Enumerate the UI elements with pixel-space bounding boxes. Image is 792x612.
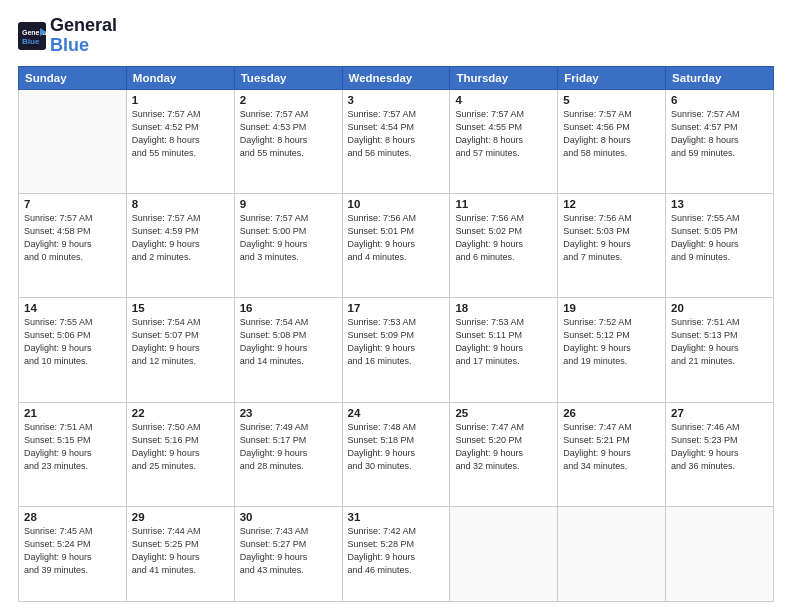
day-number: 1 bbox=[132, 94, 229, 106]
weekday-header-row: SundayMondayTuesdayWednesdayThursdayFrid… bbox=[19, 66, 774, 89]
day-info: Sunrise: 7:56 AMSunset: 5:03 PMDaylight:… bbox=[563, 212, 660, 264]
day-number: 21 bbox=[24, 407, 121, 419]
day-info: Sunrise: 7:57 AMSunset: 5:00 PMDaylight:… bbox=[240, 212, 337, 264]
calendar-cell: 1Sunrise: 7:57 AMSunset: 4:52 PMDaylight… bbox=[126, 89, 234, 193]
calendar-cell: 22Sunrise: 7:50 AMSunset: 5:16 PMDayligh… bbox=[126, 402, 234, 506]
day-number: 25 bbox=[455, 407, 552, 419]
day-info: Sunrise: 7:57 AMSunset: 4:54 PMDaylight:… bbox=[348, 108, 445, 160]
week-row-1: 1Sunrise: 7:57 AMSunset: 4:52 PMDaylight… bbox=[19, 89, 774, 193]
calendar-cell: 18Sunrise: 7:53 AMSunset: 5:11 PMDayligh… bbox=[450, 298, 558, 402]
logo: General Blue General Blue bbox=[18, 16, 117, 56]
calendar-cell: 16Sunrise: 7:54 AMSunset: 5:08 PMDayligh… bbox=[234, 298, 342, 402]
day-info: Sunrise: 7:51 AMSunset: 5:13 PMDaylight:… bbox=[671, 316, 768, 368]
calendar-cell: 15Sunrise: 7:54 AMSunset: 5:07 PMDayligh… bbox=[126, 298, 234, 402]
day-number: 7 bbox=[24, 198, 121, 210]
calendar-cell: 13Sunrise: 7:55 AMSunset: 5:05 PMDayligh… bbox=[666, 193, 774, 297]
day-number: 26 bbox=[563, 407, 660, 419]
day-info: Sunrise: 7:56 AMSunset: 5:01 PMDaylight:… bbox=[348, 212, 445, 264]
day-info: Sunrise: 7:47 AMSunset: 5:20 PMDaylight:… bbox=[455, 421, 552, 473]
day-number: 19 bbox=[563, 302, 660, 314]
day-number: 27 bbox=[671, 407, 768, 419]
calendar-cell bbox=[558, 507, 666, 602]
week-row-3: 14Sunrise: 7:55 AMSunset: 5:06 PMDayligh… bbox=[19, 298, 774, 402]
day-info: Sunrise: 7:56 AMSunset: 5:02 PMDaylight:… bbox=[455, 212, 552, 264]
day-number: 16 bbox=[240, 302, 337, 314]
calendar-cell: 23Sunrise: 7:49 AMSunset: 5:17 PMDayligh… bbox=[234, 402, 342, 506]
day-info: Sunrise: 7:53 AMSunset: 5:09 PMDaylight:… bbox=[348, 316, 445, 368]
calendar-cell: 30Sunrise: 7:43 AMSunset: 5:27 PMDayligh… bbox=[234, 507, 342, 602]
calendar-table: SundayMondayTuesdayWednesdayThursdayFrid… bbox=[18, 66, 774, 602]
weekday-header-sunday: Sunday bbox=[19, 66, 127, 89]
day-number: 3 bbox=[348, 94, 445, 106]
day-number: 14 bbox=[24, 302, 121, 314]
day-info: Sunrise: 7:43 AMSunset: 5:27 PMDaylight:… bbox=[240, 525, 337, 577]
calendar-cell bbox=[450, 507, 558, 602]
calendar-cell: 27Sunrise: 7:46 AMSunset: 5:23 PMDayligh… bbox=[666, 402, 774, 506]
calendar-cell bbox=[666, 507, 774, 602]
day-number: 9 bbox=[240, 198, 337, 210]
calendar-cell: 20Sunrise: 7:51 AMSunset: 5:13 PMDayligh… bbox=[666, 298, 774, 402]
header: General Blue General Blue bbox=[18, 16, 774, 56]
calendar-cell: 12Sunrise: 7:56 AMSunset: 5:03 PMDayligh… bbox=[558, 193, 666, 297]
weekday-header-saturday: Saturday bbox=[666, 66, 774, 89]
day-info: Sunrise: 7:42 AMSunset: 5:28 PMDaylight:… bbox=[348, 525, 445, 577]
week-row-5: 28Sunrise: 7:45 AMSunset: 5:24 PMDayligh… bbox=[19, 507, 774, 602]
calendar-cell: 17Sunrise: 7:53 AMSunset: 5:09 PMDayligh… bbox=[342, 298, 450, 402]
day-number: 29 bbox=[132, 511, 229, 523]
svg-text:Blue: Blue bbox=[22, 37, 40, 46]
calendar-cell: 5Sunrise: 7:57 AMSunset: 4:56 PMDaylight… bbox=[558, 89, 666, 193]
page: General Blue General Blue SundayMondayTu… bbox=[0, 0, 792, 612]
day-info: Sunrise: 7:55 AMSunset: 5:05 PMDaylight:… bbox=[671, 212, 768, 264]
day-info: Sunrise: 7:57 AMSunset: 4:59 PMDaylight:… bbox=[132, 212, 229, 264]
day-info: Sunrise: 7:54 AMSunset: 5:08 PMDaylight:… bbox=[240, 316, 337, 368]
day-info: Sunrise: 7:46 AMSunset: 5:23 PMDaylight:… bbox=[671, 421, 768, 473]
weekday-header-thursday: Thursday bbox=[450, 66, 558, 89]
day-info: Sunrise: 7:47 AMSunset: 5:21 PMDaylight:… bbox=[563, 421, 660, 473]
calendar-cell: 2Sunrise: 7:57 AMSunset: 4:53 PMDaylight… bbox=[234, 89, 342, 193]
calendar-cell: 31Sunrise: 7:42 AMSunset: 5:28 PMDayligh… bbox=[342, 507, 450, 602]
day-number: 18 bbox=[455, 302, 552, 314]
day-info: Sunrise: 7:57 AMSunset: 4:53 PMDaylight:… bbox=[240, 108, 337, 160]
day-number: 11 bbox=[455, 198, 552, 210]
day-number: 12 bbox=[563, 198, 660, 210]
calendar-cell: 29Sunrise: 7:44 AMSunset: 5:25 PMDayligh… bbox=[126, 507, 234, 602]
day-number: 2 bbox=[240, 94, 337, 106]
weekday-header-monday: Monday bbox=[126, 66, 234, 89]
day-info: Sunrise: 7:44 AMSunset: 5:25 PMDaylight:… bbox=[132, 525, 229, 577]
day-number: 17 bbox=[348, 302, 445, 314]
day-info: Sunrise: 7:57 AMSunset: 4:57 PMDaylight:… bbox=[671, 108, 768, 160]
logo-text: General Blue bbox=[50, 16, 117, 56]
day-info: Sunrise: 7:57 AMSunset: 4:58 PMDaylight:… bbox=[24, 212, 121, 264]
week-row-2: 7Sunrise: 7:57 AMSunset: 4:58 PMDaylight… bbox=[19, 193, 774, 297]
day-info: Sunrise: 7:55 AMSunset: 5:06 PMDaylight:… bbox=[24, 316, 121, 368]
day-number: 30 bbox=[240, 511, 337, 523]
calendar-cell: 26Sunrise: 7:47 AMSunset: 5:21 PMDayligh… bbox=[558, 402, 666, 506]
day-number: 15 bbox=[132, 302, 229, 314]
weekday-header-tuesday: Tuesday bbox=[234, 66, 342, 89]
calendar-cell: 19Sunrise: 7:52 AMSunset: 5:12 PMDayligh… bbox=[558, 298, 666, 402]
day-number: 22 bbox=[132, 407, 229, 419]
day-info: Sunrise: 7:53 AMSunset: 5:11 PMDaylight:… bbox=[455, 316, 552, 368]
calendar-cell bbox=[19, 89, 127, 193]
calendar-cell: 8Sunrise: 7:57 AMSunset: 4:59 PMDaylight… bbox=[126, 193, 234, 297]
day-info: Sunrise: 7:54 AMSunset: 5:07 PMDaylight:… bbox=[132, 316, 229, 368]
day-info: Sunrise: 7:57 AMSunset: 4:52 PMDaylight:… bbox=[132, 108, 229, 160]
day-info: Sunrise: 7:57 AMSunset: 4:55 PMDaylight:… bbox=[455, 108, 552, 160]
day-number: 5 bbox=[563, 94, 660, 106]
calendar-cell: 11Sunrise: 7:56 AMSunset: 5:02 PMDayligh… bbox=[450, 193, 558, 297]
day-number: 4 bbox=[455, 94, 552, 106]
day-number: 13 bbox=[671, 198, 768, 210]
logo-icon: General Blue bbox=[18, 22, 46, 50]
day-number: 31 bbox=[348, 511, 445, 523]
day-info: Sunrise: 7:48 AMSunset: 5:18 PMDaylight:… bbox=[348, 421, 445, 473]
day-info: Sunrise: 7:49 AMSunset: 5:17 PMDaylight:… bbox=[240, 421, 337, 473]
day-info: Sunrise: 7:45 AMSunset: 5:24 PMDaylight:… bbox=[24, 525, 121, 577]
calendar-cell: 3Sunrise: 7:57 AMSunset: 4:54 PMDaylight… bbox=[342, 89, 450, 193]
day-number: 6 bbox=[671, 94, 768, 106]
day-number: 20 bbox=[671, 302, 768, 314]
day-info: Sunrise: 7:50 AMSunset: 5:16 PMDaylight:… bbox=[132, 421, 229, 473]
day-info: Sunrise: 7:51 AMSunset: 5:15 PMDaylight:… bbox=[24, 421, 121, 473]
day-number: 28 bbox=[24, 511, 121, 523]
day-number: 8 bbox=[132, 198, 229, 210]
week-row-4: 21Sunrise: 7:51 AMSunset: 5:15 PMDayligh… bbox=[19, 402, 774, 506]
